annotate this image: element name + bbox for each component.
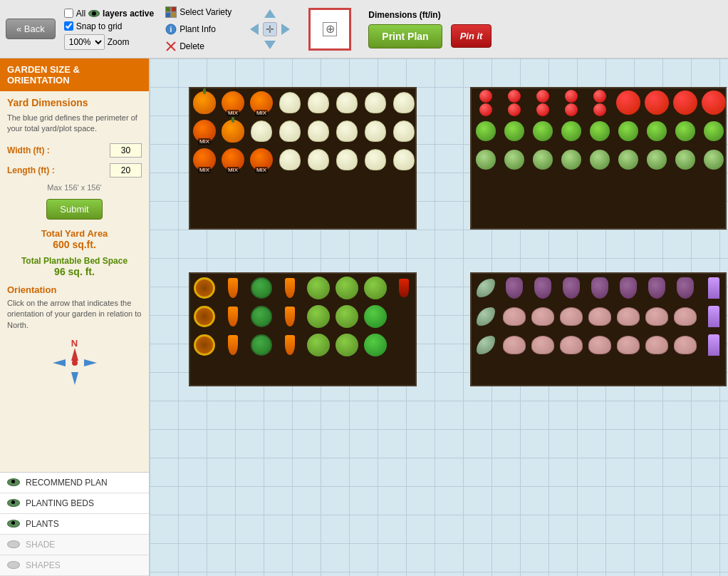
eggplant-plant: [534, 277, 551, 299]
nav-down-arrow[interactable]: [264, 41, 276, 49]
compass-west-arrow[interactable]: [53, 359, 66, 366]
cherry-tomato: [565, 103, 578, 116]
select-variety-button[interactable]: Select Variety: [162, 5, 234, 19]
plant-bed-2[interactable]: [470, 87, 727, 230]
plant-cell: [247, 117, 276, 145]
layer-item-shade[interactable]: SHADE: [0, 535, 149, 555]
compass-south-arrow[interactable]: [71, 372, 78, 385]
plant-bed-4[interactable]: [470, 272, 727, 386]
all-checkbox[interactable]: [64, 9, 73, 18]
herb-plant: [533, 150, 553, 170]
compass-north-arrow[interactable]: [71, 348, 78, 361]
total-plantable-label: Total Plantable Bed Space: [7, 256, 142, 266]
length-row: Length (ft) :: [7, 163, 142, 178]
plant-cell: [671, 331, 700, 359]
plant-cell: [276, 145, 304, 174]
nav-left-arrow[interactable]: [250, 24, 259, 35]
layer-recommend-label: RECOMMEND PLAN: [26, 478, 108, 488]
potato-plant: [560, 307, 583, 326]
sidebar-content: Yard Dimensions The blue grid defines th…: [0, 91, 149, 472]
layer-item-shapes[interactable]: SHAPES: [0, 555, 149, 576]
snap-to-grid-label: Snap to grid: [76, 21, 123, 31]
eggplant-plant: [648, 277, 665, 299]
plant-cell: [361, 117, 390, 145]
herb-plant: [504, 150, 524, 170]
herb-plant: [476, 150, 496, 170]
plant-cell: [557, 331, 586, 359]
plant-cell: [500, 331, 529, 359]
snap-to-grid-checkbox[interactable]: [64, 21, 73, 31]
plant-cell: [190, 302, 219, 331]
plant-bed-3[interactable]: [189, 272, 417, 386]
lavender-plant: [708, 306, 719, 327]
plant-cell: [529, 88, 557, 117]
orientation-desc: Click on the arrow that indicates the or…: [7, 298, 142, 331]
plant-cell: [586, 88, 614, 117]
width-input[interactable]: [110, 143, 142, 158]
delete-label: Delete: [180, 41, 204, 51]
plant-cell: [614, 145, 643, 174]
zoom-label: Zoom: [108, 37, 130, 47]
delete-button[interactable]: Delete: [162, 39, 234, 53]
herb-plant: [590, 121, 610, 141]
onion-plant: [393, 92, 415, 113]
garden-canvas[interactable]: MIX MIX MIX: [150, 58, 728, 576]
yard-dimensions-title: Yard Dimensions: [7, 97, 142, 108]
herb-plant: [647, 121, 667, 141]
nav-center[interactable]: ✛: [263, 22, 277, 36]
potato-plant: [531, 307, 554, 326]
herb-plant: [533, 121, 553, 141]
layer-item-recommend[interactable]: RECOMMEND PLAN: [0, 473, 149, 493]
plant-cell: [643, 302, 671, 331]
layer-item-plants[interactable]: PLANTS: [0, 514, 149, 535]
nav-right-arrow[interactable]: [281, 24, 290, 35]
plant-cell: [219, 331, 247, 359]
onion-plant: [393, 149, 415, 170]
eggplant-plant: [677, 277, 694, 299]
layer-planting-label: PLANTING BEDS: [26, 498, 94, 508]
plant-info-button[interactable]: i Plant Info: [162, 22, 234, 36]
layer-item-planting[interactable]: PLANTING BEDS: [0, 493, 149, 514]
plant-cell: [333, 331, 361, 359]
garden-grid: MIX MIX MIX: [150, 58, 728, 576]
potato-plant: [617, 336, 640, 354]
leaf-plant: [477, 307, 495, 326]
plant-cell: [304, 302, 333, 331]
plant-cell: [586, 145, 614, 174]
compass-east-arrow[interactable]: [84, 359, 97, 366]
herb-plant: [675, 121, 695, 141]
print-plan-button[interactable]: Print Plan: [368, 24, 442, 48]
nav-up-arrow[interactable]: [264, 9, 276, 18]
total-plantable-value: 96 sq. ft.: [7, 266, 142, 277]
pinterest-button[interactable]: Pin it: [451, 24, 492, 48]
plant-bed-1[interactable]: MIX MIX MIX: [189, 87, 417, 230]
herb-plant: [476, 121, 496, 141]
cherry-tomato: [508, 103, 521, 116]
length-input[interactable]: [110, 163, 142, 178]
plant-cell: [333, 145, 361, 174]
eggplant-plant: [591, 277, 608, 299]
lettuce-plant: [364, 334, 387, 356]
plant-cell: [614, 88, 643, 117]
delete-icon: [165, 41, 177, 52]
plant-cell: [472, 88, 500, 117]
dimensions-section: Dimensions (ft/in) Print Plan Pin it: [368, 10, 492, 48]
sunflower-plant: [194, 334, 215, 356]
submit-button[interactable]: Submit: [46, 199, 102, 220]
potato-plant: [645, 307, 668, 326]
eye-inactive-icon: [7, 540, 20, 548]
svg-rect-1: [172, 7, 176, 11]
plant-cell: [361, 88, 390, 117]
back-button[interactable]: « Back: [6, 19, 56, 39]
layer-eye-shade: [7, 540, 20, 549]
plant-cell: [586, 117, 614, 145]
cherry-tomato: [536, 90, 549, 103]
plant-cell: [643, 117, 671, 145]
eye-inactive-icon-2: [7, 561, 20, 569]
plant-cell: [557, 88, 586, 117]
potato-plant: [560, 336, 583, 354]
plant-info-label: Plant Info: [180, 24, 216, 34]
svg-rect-2: [166, 13, 170, 17]
plant-cell: [472, 145, 500, 174]
zoom-select[interactable]: 100% 75% 150%: [64, 34, 105, 50]
